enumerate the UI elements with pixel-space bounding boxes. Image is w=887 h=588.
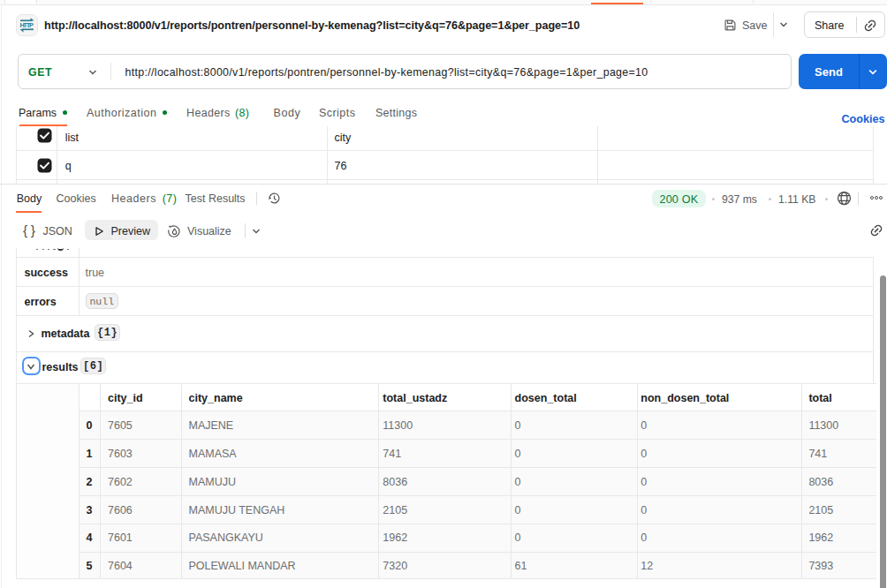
svg-text:HTTP: HTTP xyxy=(20,21,34,29)
